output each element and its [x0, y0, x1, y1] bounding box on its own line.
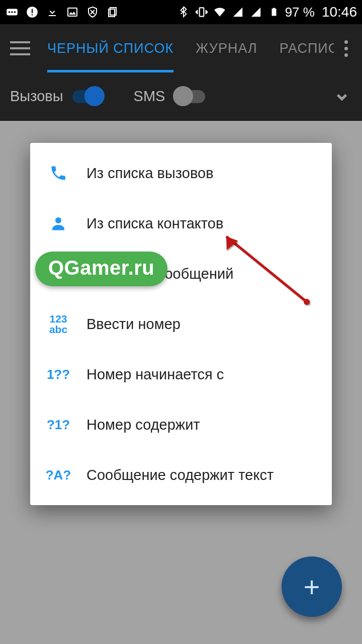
menu-item-label: Номер начинается с [86, 366, 224, 383]
tab-label: ЧЕРНЫЙ СПИСОК [47, 41, 173, 56]
icon-text: 1?? [47, 368, 70, 381]
tab-bar: ЧЕРНЫЙ СПИСОК ЖУРНАЛ РАСПИСАНИЕ [36, 24, 334, 72]
icon-text-line2: abc [49, 324, 67, 335]
signal-2-icon [249, 5, 263, 19]
svg-point-1 [9, 11, 10, 13]
menu-button[interactable] [4, 32, 36, 64]
chevron-down-icon[interactable] [332, 87, 352, 107]
more-options-button[interactable] [334, 40, 358, 57]
enter-number-item[interactable]: 123 abc Ввести номер [30, 299, 332, 349]
bluetooth-icon [176, 5, 191, 19]
signal-1-icon [231, 5, 245, 19]
clock-text: 10:46 [322, 4, 357, 20]
keypad-icon: 123 abc [44, 313, 72, 335]
shield-icon [85, 5, 100, 19]
calls-toggle[interactable] [72, 90, 104, 103]
number-starts-with-item[interactable]: 1?? Номер начинается с [30, 349, 332, 399]
tab-label: ЖУРНАЛ [196, 41, 257, 56]
tab-journal[interactable]: ЖУРНАЛ [185, 24, 268, 72]
menu-item-label: Ввести номер [86, 316, 180, 333]
svg-rect-5 [32, 9, 33, 14]
sms-label: SMS [134, 88, 165, 105]
person-icon [44, 214, 72, 232]
number-contains-item[interactable]: ?1? Номер содержит [30, 399, 332, 450]
svg-point-13 [55, 217, 61, 223]
svg-rect-7 [68, 8, 77, 16]
menu-item-label: Из списка вызовов [86, 165, 214, 182]
battery-icon [267, 5, 281, 19]
add-fab[interactable]: + [282, 556, 342, 617]
status-right: 97 % 10:46 [176, 4, 357, 20]
add-source-dialog: Из списка вызовов Из списка контактов Из… [30, 143, 332, 505]
plus-icon: + [304, 571, 320, 603]
contains-icon: ?1? [44, 418, 72, 431]
warning-icon [25, 5, 39, 19]
svg-point-2 [11, 11, 13, 13]
calls-label: Вызовы [10, 88, 63, 105]
svg-rect-6 [32, 14, 33, 15]
message-contains-text-item[interactable]: ?A? Сообщение содержит текст [30, 450, 332, 500]
svg-rect-11 [272, 9, 276, 16]
status-left [5, 5, 120, 19]
icon-text: ?1? [47, 418, 70, 431]
from-contacts-item[interactable]: Из списка контактов [30, 198, 332, 249]
tab-blacklist[interactable]: ЧЕРНЫЙ СПИСОК [36, 24, 185, 72]
tab-schedule[interactable]: РАСПИСАНИЕ [268, 24, 334, 72]
svg-rect-10 [199, 8, 204, 16]
download-icon [45, 5, 59, 19]
image-icon [65, 5, 79, 19]
icon-text: ?A? [46, 468, 71, 481]
wifi-icon [213, 5, 227, 19]
from-call-log-item[interactable]: Из списка вызовов [30, 148, 332, 198]
text-match-icon: ?A? [44, 468, 72, 481]
menu-item-label: Из списка контактов [86, 215, 223, 232]
filter-bar: Вызовы SMS [0, 72, 362, 121]
svg-point-3 [14, 11, 16, 13]
tab-label: РАСПИСАНИЕ [280, 41, 334, 56]
status-bar: 97 % 10:46 [0, 0, 362, 24]
battery-text: 97 % [285, 5, 315, 20]
svg-rect-12 [273, 8, 275, 9]
menu-item-label: Сообщение содержит текст [86, 467, 274, 484]
menu-item-label: Номер содержит [86, 417, 200, 433]
copy-icon [106, 5, 120, 19]
watermark-text: QGamer.ru [48, 257, 154, 279]
watermark-badge: QGamer.ru [35, 252, 167, 286]
vibrate-icon [195, 5, 209, 19]
sms-toggle[interactable] [174, 90, 205, 103]
app-bar: ЧЕРНЫЙ СПИСОК ЖУРНАЛ РАСПИСАНИЕ [0, 24, 362, 72]
phone-icon [44, 164, 72, 182]
notification-more-icon [5, 5, 19, 19]
icon-text-line1: 123 [49, 313, 67, 324]
starts-with-icon: 1?? [44, 368, 72, 381]
